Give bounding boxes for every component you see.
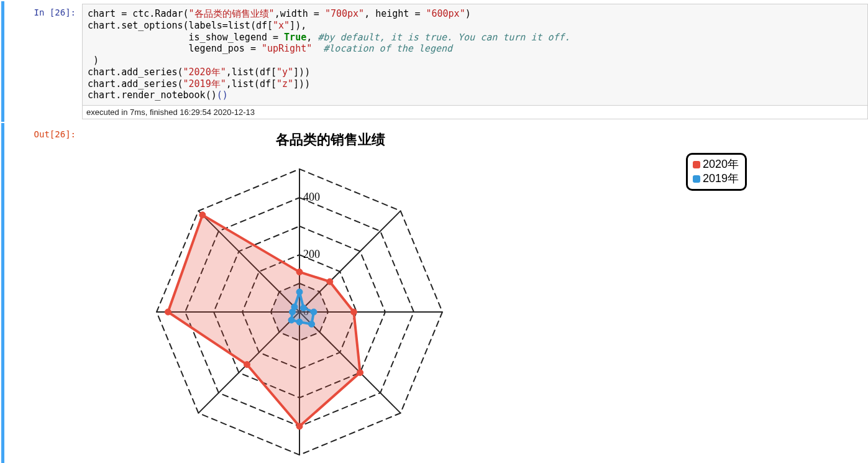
input-cell: In [26]: chart = ctc.Radar("各品类的销售业绩",wi… — [1, 1, 868, 122]
svg-point-18 — [199, 212, 206, 218]
svg-point-16 — [244, 362, 250, 368]
svg-point-14 — [357, 370, 363, 376]
legend: 2020年 2019年 — [686, 153, 747, 191]
svg-point-11 — [296, 269, 303, 275]
legend-swatch-icon — [693, 161, 700, 168]
execution-status: executed in 7ms, finished 16:29:54 2020-… — [82, 106, 868, 119]
output-area: 各品类的销售业绩 0200400 2020年 2019年 — [82, 126, 868, 463]
chart-title: 各品类的销售业绩 — [113, 128, 548, 150]
legend-label: 2019年 — [703, 172, 739, 186]
svg-point-20 — [301, 305, 307, 311]
svg-point-12 — [327, 278, 333, 285]
svg-point-17 — [165, 309, 171, 315]
svg-point-22 — [309, 321, 315, 328]
in-prompt: In [26]: — [4, 4, 82, 17]
legend-item-2019[interactable]: 2019年 — [693, 172, 739, 186]
svg-point-21 — [311, 309, 317, 315]
out-prompt: Out[26]: — [4, 126, 82, 139]
svg-point-26 — [291, 304, 298, 310]
svg-text:200: 200 — [303, 248, 320, 260]
svg-point-23 — [296, 319, 303, 325]
radar-svg: 0200400 — [113, 150, 548, 463]
legend-item-2020[interactable]: 2020年 — [693, 157, 739, 172]
input-block: chart = ctc.Radar("各品类的销售业绩",width = "70… — [82, 4, 868, 119]
svg-point-15 — [296, 423, 303, 429]
output-cell: Out[26]: 各品类的销售业绩 0200400 2020年 2019年 — [1, 123, 868, 463]
svg-point-19 — [296, 289, 303, 295]
svg-text:400: 400 — [303, 191, 320, 203]
legend-label: 2020年 — [703, 157, 739, 172]
svg-point-24 — [288, 317, 295, 323]
radar-chart: 各品类的销售业绩 0200400 2020年 2019年 — [113, 128, 548, 463]
legend-swatch-icon — [693, 175, 700, 183]
code-editor[interactable]: chart = ctc.Radar("各品类的销售业绩",width = "70… — [82, 4, 868, 106]
svg-point-13 — [350, 309, 357, 315]
